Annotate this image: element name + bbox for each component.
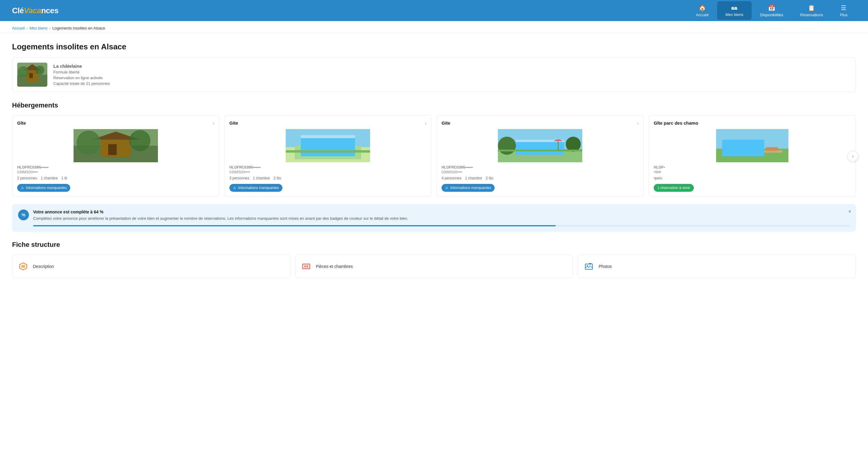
card-4-header: Gîte parc des chamo [654, 121, 851, 126]
breadcrumb-accueil[interactable]: Accueil [12, 26, 25, 30]
breadcrumb-current: Logements insolites en Alsace [53, 26, 105, 30]
card-1-arrow: › [213, 121, 214, 126]
logo-cle: Clé [12, 6, 24, 15]
nav-accueil[interactable]: 🏠 Accueil [687, 1, 717, 20]
svg-point-5 [18, 66, 29, 77]
svg-rect-17 [301, 135, 355, 156]
pieces-icon-svg [302, 262, 310, 271]
card-4-ref2: •9M• [654, 170, 851, 174]
card-2-ref2: 039MS00•••• [229, 170, 427, 174]
card-2-badge-label: Informations manquantes [238, 186, 279, 190]
card-1-img-svg [17, 129, 214, 162]
property-card[interactable]: La châtelaine Formule liberté Réservatio… [12, 58, 856, 92]
card-3-ref1: HLOFRC039N•••••• [441, 165, 639, 169]
hebergements-wrapper: Gîte › HLOFRC039N•••••• 039MS00••• [12, 115, 856, 197]
hebergement-card-3[interactable]: Gite › [436, 115, 644, 197]
logo[interactable]: CléVacances [12, 6, 59, 15]
alert-description: Complétez votre annonce pour améliorer l… [33, 215, 850, 222]
breadcrumb: Accueil › Mes biens › Logements insolite… [0, 21, 868, 33]
hebergement-card-2[interactable]: Gite › HLOFRC039N•••••• 039MS00•••• [224, 115, 432, 197]
warning-icon-1: ⚠ [21, 186, 24, 190]
header: CléVacances 🏠 Accueil 🏘 Mes biens 📅 Disp… [0, 0, 868, 21]
alert-banner: % Votre annonce est complète à 64 % Comp… [12, 204, 856, 232]
card-4-specs: •pers [654, 176, 851, 180]
fiche-description-label: Description [33, 264, 54, 269]
card-3-badge[interactable]: ⚠ Informations manquantes [441, 184, 495, 192]
card-1-specs: 2 personnes 1 chambre 1 lit [17, 176, 214, 180]
warning-icon-3: ⚠ [445, 186, 448, 190]
svg-rect-11 [108, 144, 117, 155]
svg-rect-42 [585, 264, 592, 269]
svg-rect-4 [29, 73, 33, 78]
card-3-badge-label: Informations manquantes [450, 186, 491, 190]
svg-point-22 [498, 137, 516, 155]
alert-content: Votre annonce est complète à 64 % Complé… [33, 209, 850, 226]
warning-icon-2: ⚠ [233, 186, 236, 190]
property-image-inner [17, 63, 47, 87]
card-4-badge[interactable]: 1 réservation à venir [654, 184, 694, 192]
page-title: Logements insolites en Alsace [12, 42, 856, 52]
svg-rect-30 [722, 140, 764, 156]
svg-point-12 [76, 131, 101, 155]
main-content: Logements insolites en Alsace La châtela… [0, 33, 868, 475]
alert-close-button[interactable]: × [848, 209, 851, 214]
alert-percent-text: % [22, 212, 25, 217]
svg-point-6 [35, 66, 44, 75]
fiche-card-description[interactable]: Description [12, 255, 290, 278]
svg-point-23 [566, 137, 581, 152]
progress-bar [33, 225, 556, 226]
card-4-title: Gîte parc des chamo [654, 121, 698, 126]
card-3-img-svg [441, 129, 639, 162]
property-image [17, 63, 47, 87]
hebergement-card-1[interactable]: Gîte › HLOFRC039N•••••• 039MS00••• [12, 115, 219, 197]
nav-disponibilites-label: Disponibilités [760, 13, 783, 17]
hebergement-card-4[interactable]: Gîte parc des chamo HLOF• •9M• •pers [649, 115, 856, 197]
logo-nces: nces [41, 6, 59, 15]
nav-plus[interactable]: ☰ Plus [832, 1, 856, 20]
alert-percent-icon: % [18, 209, 29, 220]
photos-icon-svg [585, 262, 593, 271]
nav-mes-biens[interactable]: 🏘 Mes biens [717, 1, 752, 20]
card-4-image [654, 129, 851, 162]
photos-icon [583, 260, 595, 272]
card-3-title: Gite [441, 121, 450, 126]
card-1-title: Gîte [17, 121, 26, 126]
card-2-specs: 3 personnes 1 chambre 2 lits [229, 176, 427, 180]
progress-bar-container [33, 225, 850, 226]
card-2-image [229, 129, 427, 162]
home-icon: 🏠 [699, 4, 706, 11]
fiche-grid: Description Pièces et chambres [12, 255, 856, 278]
fiche-card-photos[interactable]: Photos [578, 255, 856, 278]
svg-rect-39 [304, 265, 306, 268]
card-2-title: Gite [229, 121, 238, 126]
card-1-ref1: HLOFRC039N•••••• [17, 165, 214, 169]
pieces-icon [300, 260, 312, 272]
hebergements-scroll: Gîte › HLOFRC039N•••••• 039MS00••• [12, 115, 856, 197]
svg-rect-32 [766, 147, 778, 151]
card-3-arrow: › [637, 121, 639, 126]
card-2-img-svg [229, 129, 427, 162]
card-1-badge[interactable]: ⚠ Informations manquantes [17, 184, 70, 192]
hebergements-title: Hébergements [12, 101, 856, 109]
card-1-ref2: 039MS00•••• [17, 170, 214, 174]
fiche-pieces-label: Pièces et chambres [316, 264, 353, 269]
property-reservation-status: Réservation en ligne activée [53, 75, 110, 80]
fiche-photos-label: Photos [598, 264, 612, 269]
card-2-badge[interactable]: ⚠ Informations manquantes [229, 184, 282, 192]
fiche-card-pieces[interactable]: Pièces et chambres [295, 255, 573, 278]
card-3-header: Gite › [441, 121, 639, 126]
description-icon-svg [19, 262, 27, 271]
card-3-image [441, 129, 639, 162]
breadcrumb-mes-biens[interactable]: Mes biens [30, 26, 47, 30]
card-2-header: Gite › [229, 121, 427, 126]
scroll-right-button[interactable]: › [847, 151, 858, 162]
card-1-header: Gîte › [17, 121, 214, 126]
nav-reservations[interactable]: 📋 Réservations [792, 1, 832, 20]
property-info: La châtelaine Formule liberté Réservatio… [53, 64, 110, 86]
nav-disponibilites[interactable]: 📅 Disponibilités [752, 1, 792, 20]
property-image-svg [17, 63, 47, 87]
breadcrumb-sep-2: › [50, 26, 51, 30]
property-name: La châtelaine [53, 64, 110, 69]
fiche-structure-title: Fiche structure [12, 241, 856, 249]
card-2-ref1: HLOFRC039N•••••• [229, 165, 427, 169]
